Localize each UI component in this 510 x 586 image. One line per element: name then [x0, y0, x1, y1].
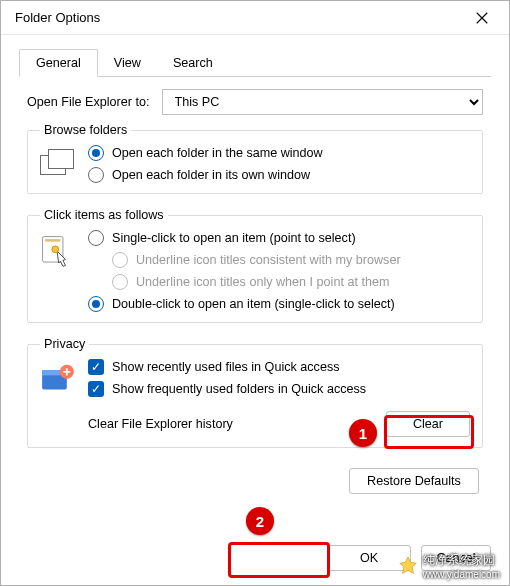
- check-recent-files[interactable]: ✓ Show recently used files in Quick acce…: [88, 359, 470, 375]
- radio-underline-point: Underline icon titles only when I point …: [112, 274, 470, 290]
- dialog-body: General View Search Open File Explorer t…: [1, 35, 509, 539]
- close-icon[interactable]: [467, 3, 497, 33]
- ok-button[interactable]: OK: [327, 545, 411, 571]
- cancel-button[interactable]: Cancel: [421, 545, 491, 571]
- window-title: Folder Options: [15, 10, 467, 25]
- clear-history-label: Clear File Explorer history: [88, 417, 233, 431]
- radio-underline-browser: Underline icon titles consistent with my…: [112, 252, 470, 268]
- tab-general[interactable]: General: [19, 49, 98, 77]
- open-to-row: Open File Explorer to: This PC: [27, 89, 483, 115]
- open-to-label: Open File Explorer to:: [27, 95, 150, 109]
- radio-same-window-label: Open each folder in the same window: [112, 146, 323, 160]
- radio-own-window[interactable]: Open each folder in its own window: [88, 167, 470, 183]
- browse-folders-legend: Browse folders: [40, 123, 131, 137]
- click-items-group: Click items as follows Single-: [27, 208, 483, 323]
- privacy-group: Privacy ✓ Show r: [27, 337, 483, 448]
- check-frequent-folders-label: Show frequently used folders in Quick ac…: [112, 382, 366, 396]
- click-items-legend: Click items as follows: [40, 208, 168, 222]
- general-panel: Open File Explorer to: This PC Browse fo…: [19, 77, 491, 500]
- radio-own-window-label: Open each folder in its own window: [112, 168, 310, 182]
- tab-view[interactable]: View: [98, 50, 157, 76]
- radio-single-click[interactable]: Single-click to open an item (point to s…: [88, 230, 470, 246]
- windows-icon: [40, 145, 78, 177]
- check-frequent-folders[interactable]: ✓ Show frequently used folders in Quick …: [88, 381, 470, 397]
- svg-point-2: [52, 246, 59, 253]
- restore-defaults-button[interactable]: Restore Defaults: [349, 468, 479, 494]
- radio-double-click-label: Double-click to open an item (single-cli…: [112, 297, 395, 311]
- radio-underline-browser-label: Underline icon titles consistent with my…: [136, 253, 401, 267]
- open-to-select[interactable]: This PC: [162, 89, 484, 115]
- svg-rect-7: [66, 368, 68, 375]
- radio-same-window[interactable]: Open each folder in the same window: [88, 145, 470, 161]
- folder-options-dialog: Folder Options General View Search Open …: [0, 0, 510, 586]
- privacy-icon: [40, 359, 78, 396]
- dialog-buttons: OK Cancel Apply: [1, 539, 509, 585]
- clear-button[interactable]: Clear: [386, 411, 470, 437]
- check-recent-files-label: Show recently used files in Quick access: [112, 360, 340, 374]
- tab-search[interactable]: Search: [157, 50, 229, 76]
- radio-single-click-label: Single-click to open an item (point to s…: [112, 231, 356, 245]
- browse-folders-group: Browse folders Open each folder in the s…: [27, 123, 483, 194]
- radio-double-click[interactable]: Double-click to open an item (single-cli…: [88, 296, 470, 312]
- radio-underline-point-label: Underline icon titles only when I point …: [136, 275, 389, 289]
- titlebar: Folder Options: [1, 1, 509, 35]
- cursor-icon: [40, 230, 78, 271]
- svg-rect-1: [45, 239, 60, 242]
- tab-strip: General View Search: [19, 49, 491, 77]
- privacy-legend: Privacy: [40, 337, 89, 351]
